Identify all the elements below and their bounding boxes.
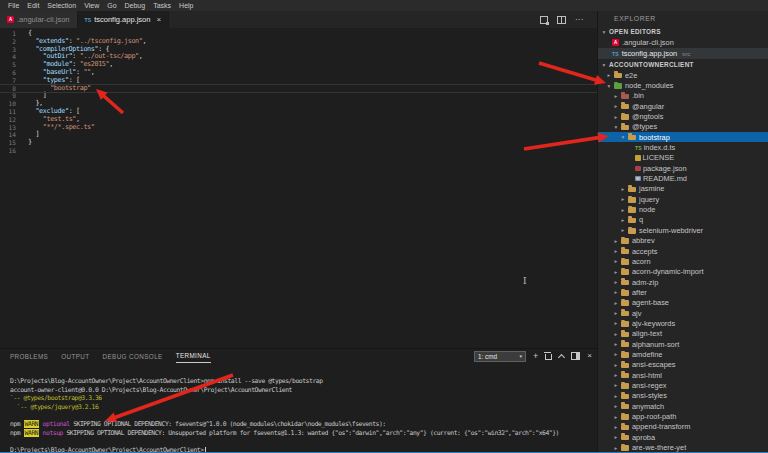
folder-icon: [628, 187, 636, 193]
chevron-right-icon: ▸: [613, 310, 619, 316]
line-number: 10: [0, 100, 20, 108]
open-preview-icon[interactable]: [540, 16, 548, 24]
terminal-picker[interactable]: 1: cmd ▾: [474, 351, 526, 362]
chevron-right-icon: ▸: [620, 227, 626, 233]
tree-item-ansi-html[interactable]: ▸ansi-html: [598, 370, 768, 380]
tree-item-agent-base[interactable]: ▸agent-base: [598, 298, 768, 308]
tree-item-acorn[interactable]: ▸acorn: [598, 256, 768, 266]
tab-tsconfig-app-json[interactable]: TStsconfig.app.json×: [78, 11, 170, 28]
vscode-window: FileEditSelectionViewGoDebugTasksHelp A.…: [0, 0, 768, 453]
move-panel-icon[interactable]: [571, 352, 580, 360]
tab-angular-cli-json[interactable]: A.angular-cli.json: [0, 11, 78, 28]
tree-item-bin[interactable]: ▸.bin: [598, 91, 768, 101]
folder-icon: [621, 332, 629, 338]
folder-icon: [621, 383, 629, 389]
chevron-right-icon: ▸: [606, 72, 612, 78]
line-number: 5: [0, 61, 20, 69]
angular-icon: A: [7, 16, 14, 23]
editor-tab-bar: A.angular-cli.jsonTStsconfig.app.json× ⋯: [0, 11, 597, 28]
panel-tab-output[interactable]: OUTPUT: [61, 350, 89, 363]
open-editors-header[interactable]: ▾ OPEN EDITORS: [598, 26, 768, 37]
close-panel-icon[interactable]: ×: [587, 352, 592, 360]
tree-item-ajv-keywords[interactable]: ▸ajv-keywords: [598, 318, 768, 328]
chevron-down-icon: ▾: [620, 134, 626, 140]
code-line: 9 ]: [0, 92, 597, 100]
folder-icon: [621, 104, 629, 110]
panel-tab-debug-console[interactable]: DEBUG CONSOLE: [103, 350, 163, 363]
panel-tab-problems[interactable]: PROBLEMS: [10, 350, 48, 363]
open-editor-angular-cli-json[interactable]: A.angular-cli.json: [598, 37, 768, 48]
chevron-right-icon: ▸: [613, 393, 619, 399]
tree-item-selenium-webdriver[interactable]: ▸selenium-webdriver: [598, 225, 768, 235]
panel-tab-terminal[interactable]: TERMINAL: [176, 349, 211, 363]
tree-item-types[interactable]: ▾@types: [598, 122, 768, 132]
tree-item-ajv[interactable]: ▸ajv: [598, 308, 768, 318]
tree-item-after[interactable]: ▸after: [598, 287, 768, 297]
kill-terminal-icon[interactable]: [545, 354, 552, 360]
tree-item-bootstrap[interactable]: ▾bootstrap: [598, 132, 768, 142]
menu-item-file[interactable]: File: [4, 0, 23, 11]
tree-item-adm-zip[interactable]: ▸adm-zip: [598, 277, 768, 287]
tab-label: .angular-cli.json: [17, 15, 70, 24]
menu-item-go[interactable]: Go: [103, 0, 120, 11]
open-editor-tsconfig-app-json[interactable]: TStsconfig.app.jsonsrc: [598, 48, 768, 59]
new-terminal-icon[interactable]: +: [533, 352, 538, 361]
menu-item-view[interactable]: View: [80, 0, 103, 11]
folder-icon: [628, 218, 636, 224]
chevron-right-icon: ▸: [613, 341, 619, 347]
folder-icon: [621, 425, 629, 431]
tree-item-alphanum-sort[interactable]: ▸alphanum-sort: [598, 339, 768, 349]
tree-item-label: bootstrap: [639, 133, 670, 142]
code-line: 16: [0, 147, 597, 155]
terminal-line: `-- @types/jquery@3.2.16: [10, 403, 597, 412]
chevron-right-icon: ▸: [613, 403, 619, 409]
tree-item-anymatch[interactable]: ▸anymatch: [598, 401, 768, 411]
tree-item-label: node_modules: [625, 81, 674, 90]
tree-item-label: @angular: [632, 102, 664, 111]
angular-icon: A: [612, 39, 619, 46]
tree-item-acorn-dynamic-import[interactable]: ▸acorn-dynamic-import: [598, 267, 768, 277]
tree-item-e2e[interactable]: ▸e2e: [598, 70, 768, 80]
menu-item-selection[interactable]: Selection: [43, 0, 80, 11]
typescript-icon: TS: [612, 51, 619, 57]
tree-item-jquery[interactable]: ▸jquery: [598, 194, 768, 204]
line-number: 4: [0, 53, 20, 61]
close-icon[interactable]: ×: [156, 16, 161, 24]
tree-item-angular[interactable]: ▸@angular: [598, 101, 768, 111]
menu-item-help[interactable]: Help: [175, 0, 197, 11]
tree-item-label: @ngtools: [632, 112, 663, 121]
split-editor-icon[interactable]: [557, 16, 566, 24]
tree-item-amdefine[interactable]: ▸amdefine: [598, 349, 768, 359]
tree-item-ansi-styles[interactable]: ▸ansi-styles: [598, 391, 768, 401]
chevron-right-icon: ▸: [613, 248, 619, 254]
tree-item-abbrev[interactable]: ▸abbrev: [598, 236, 768, 246]
menu-item-tasks[interactable]: Tasks: [149, 0, 175, 11]
tree-item-ngtools[interactable]: ▸@ngtools: [598, 111, 768, 121]
tree-item-append-transform[interactable]: ▸append-transform: [598, 422, 768, 432]
tree-item-app-root-path[interactable]: ▸app-root-path: [598, 411, 768, 421]
line-number: 15: [0, 139, 20, 147]
tree-item-label: selenium-webdriver: [639, 226, 703, 235]
tree-item-ansi-regex[interactable]: ▸ansi-regex: [598, 380, 768, 390]
tree-item-ansi-escapes[interactable]: ▸ansi-escapes: [598, 360, 768, 370]
tree-item-align-text[interactable]: ▸align-text: [598, 329, 768, 339]
code-line: 13 "**/*.spec.ts": [0, 124, 597, 132]
more-actions-icon[interactable]: ⋯: [575, 17, 583, 23]
tree-item-node-modules[interactable]: ▾node_modules: [598, 80, 768, 90]
terminal-output[interactable]: D:\Projects\Blog-AccountOwner\Project\Ac…: [0, 363, 597, 453]
tree-item-accepts[interactable]: ▸accepts: [598, 246, 768, 256]
tree-item-node[interactable]: ▸node: [598, 204, 768, 214]
tree-item-package-json[interactable]: package.json: [598, 163, 768, 173]
tree-item-q[interactable]: ▸q: [598, 215, 768, 225]
code-editor[interactable]: 1{2 "extends": "../tsconfig.json",3 "com…: [0, 28, 597, 348]
menu-item-edit[interactable]: Edit: [23, 0, 43, 11]
tree-item-label: ansi-regex: [632, 381, 667, 390]
tree-item-index-d-ts[interactable]: TSindex.d.ts: [598, 142, 768, 152]
tree-item-readme-md[interactable]: MREADME.md: [598, 173, 768, 183]
tree-item-jasmine[interactable]: ▸jasmine: [598, 184, 768, 194]
tree-item-aproba[interactable]: ▸aproba: [598, 432, 768, 442]
tree-item-license[interactable]: LICENSE: [598, 153, 768, 163]
maximize-panel-icon[interactable]: [558, 353, 565, 360]
menu-item-debug[interactable]: Debug: [121, 0, 150, 11]
project-root-header[interactable]: ▾ ACCOUNTOWNERCLIENT: [598, 59, 768, 70]
